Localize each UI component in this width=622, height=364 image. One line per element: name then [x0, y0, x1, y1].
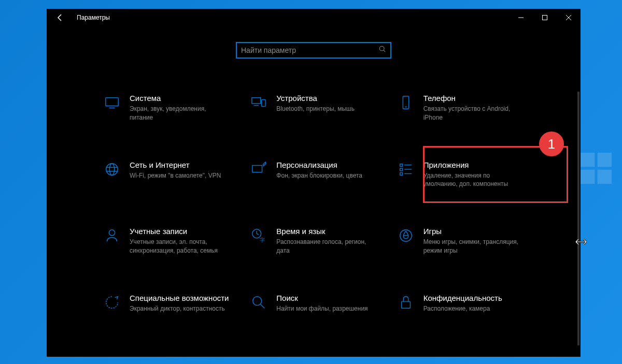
tile-personalization[interactable]: Персонализация Фон, экран блокировки, цв…: [245, 156, 381, 193]
resize-cursor-icon: [575, 238, 587, 247]
tile-title: Учетные записи: [130, 227, 230, 236]
scrollbar[interactable]: [577, 92, 579, 345]
svg-text:字: 字: [260, 237, 265, 243]
tile-title: Специальные возможности: [130, 294, 230, 302]
tile-accessibility[interactable]: Специальные возможности Экранный диктор,…: [98, 289, 235, 317]
svg-rect-20: [400, 164, 402, 166]
tile-title: Приложения: [423, 161, 524, 169]
tile-privacy[interactable]: Конфиденциальность Расположение, камера: [392, 289, 529, 317]
search-container: [47, 26, 581, 64]
devices-icon: [250, 95, 267, 111]
svg-point-26: [109, 230, 115, 236]
apps-icon: [398, 162, 414, 178]
search-box[interactable]: [236, 42, 391, 59]
search-icon: [379, 46, 386, 55]
tile-desc: Фон, экран блокировки, цвета: [276, 171, 376, 180]
tile-title: Система: [130, 94, 230, 103]
svg-rect-2: [581, 170, 595, 184]
svg-rect-11: [262, 99, 266, 106]
svg-line-7: [384, 50, 385, 52]
tile-desc: Расположение, камера: [423, 304, 524, 313]
svg-point-30: [253, 297, 262, 305]
personalization-icon: [250, 162, 267, 178]
svg-rect-3: [598, 170, 612, 184]
svg-line-31: [261, 304, 265, 309]
svg-point-16: [109, 163, 114, 175]
tile-desc: Учетные записи, эл. почта, синхронизация…: [130, 238, 230, 255]
tile-title: Сеть и Интернет: [130, 161, 230, 169]
window-title: Параметры: [77, 14, 110, 21]
tile-gaming[interactable]: Игры Меню игры, снимки, трансляция, режи…: [392, 223, 529, 259]
tile-desc: Удаление, значения по умолчанию, доп. ко…: [423, 171, 524, 189]
svg-rect-10: [252, 98, 261, 104]
back-button[interactable]: [54, 11, 66, 24]
tile-desc: Bluetooth, принтеры, мышь: [276, 105, 376, 113]
accounts-icon: [104, 228, 120, 244]
svg-rect-24: [400, 172, 402, 175]
tile-title: Устройства: [276, 94, 376, 103]
tile-title: Телефон: [423, 94, 524, 103]
tile-desc: Меню игры, снимки, трансляция, режим игр…: [423, 238, 524, 255]
tile-system[interactable]: Система Экран, звук, уведомления, питани…: [98, 90, 235, 126]
tile-devices[interactable]: Устройства Bluetooth, принтеры, мышь: [245, 90, 381, 126]
settings-grid: Система Экран, звук, уведомления, питани…: [47, 64, 581, 317]
svg-rect-19: [252, 165, 262, 172]
svg-rect-5: [543, 16, 547, 20]
tile-desc: Связать устройство с Android, iPhone: [423, 105, 524, 122]
svg-rect-8: [106, 98, 118, 106]
tile-apps[interactable]: Приложения Удаление, значения по умолчан…: [392, 156, 529, 193]
svg-rect-22: [400, 168, 402, 171]
gaming-icon: [398, 228, 414, 244]
svg-point-6: [379, 46, 384, 51]
tile-desc: Экранный диктор, контрастность: [130, 304, 230, 313]
svg-rect-32: [401, 301, 410, 308]
tile-search[interactable]: Поиск Найти мои файлы, разрешения: [245, 289, 381, 317]
tile-network[interactable]: Сеть и Интернет Wi-Fi, режим "в самолете…: [98, 156, 235, 193]
tile-desc: Экран, звук, уведомления, питание: [130, 105, 230, 122]
minimize-button[interactable]: [509, 9, 533, 26]
tile-accounts[interactable]: Учетные записи Учетные записи, эл. почта…: [98, 223, 235, 259]
desktop-windows-logo: [581, 137, 612, 168]
tile-desc: Wi-Fi, режим "в самолете", VPN: [130, 171, 230, 180]
tile-desc: Найти мои файлы, разрешения: [276, 304, 376, 313]
tile-title: Игры: [423, 227, 524, 236]
time-language-icon: 字: [250, 228, 267, 244]
search-tile-icon: [250, 295, 267, 311]
privacy-icon: [398, 295, 414, 311]
accessibility-icon: [104, 295, 120, 311]
titlebar: Параметры: [47, 9, 581, 26]
tile-title: Время и язык: [276, 227, 376, 236]
svg-rect-1: [598, 153, 612, 167]
tile-title: Персонализация: [276, 161, 376, 169]
window-controls: [509, 9, 581, 26]
network-icon: [104, 162, 120, 178]
tile-title: Поиск: [276, 294, 376, 302]
tile-phone[interactable]: Телефон Связать устройство с Android, iP…: [392, 90, 529, 126]
maximize-button[interactable]: [533, 9, 557, 26]
svg-rect-0: [581, 153, 595, 167]
search-input[interactable]: [241, 46, 379, 54]
tile-time-language[interactable]: 字 Время и язык Распознавание голоса, рег…: [245, 223, 381, 259]
tile-title: Конфиденциальность: [423, 294, 524, 302]
svg-point-15: [106, 163, 118, 175]
tile-desc: Распознавание голоса, регион, дата: [276, 238, 376, 255]
phone-icon: [398, 95, 414, 111]
system-icon: [104, 95, 120, 111]
close-button[interactable]: [557, 9, 581, 26]
annotation-badge: 1: [539, 132, 564, 156]
settings-window: Параметры Система: [47, 9, 581, 357]
